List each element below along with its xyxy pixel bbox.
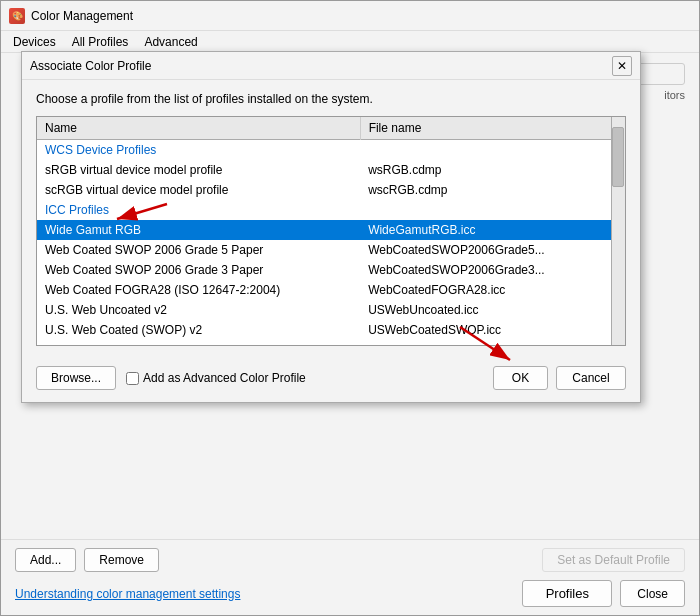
menu-all-profiles[interactable]: All Profiles — [64, 33, 137, 51]
list-item[interactable]: Web Coated FOGRA28 (ISO 12647-2:2004) We… — [37, 280, 625, 300]
dialog-body: Choose a profile from the list of profil… — [22, 80, 640, 358]
remove-button[interactable]: Remove — [84, 548, 159, 572]
add-button[interactable]: Add... — [15, 548, 76, 572]
window-title: Color Management — [31, 9, 133, 23]
list-item[interactable]: sRGB virtual device model profile wsRGB.… — [37, 160, 625, 180]
app-icon: 🎨 — [9, 8, 25, 24]
browse-button[interactable]: Browse... — [36, 366, 116, 390]
set-default-button[interactable]: Set as Default Profile — [542, 548, 685, 572]
list-item[interactable]: ICC Profiles — [37, 200, 625, 220]
understanding-link[interactable]: Understanding color management settings — [15, 587, 240, 601]
col-filename: File name — [360, 117, 624, 140]
list-item[interactable]: Wide Gamut RGB WideGamutRGB.icc — [37, 220, 625, 240]
menu-bar: Devices All Profiles Advanced — [1, 31, 699, 53]
advanced-color-checkbox-label[interactable]: Add as Advanced Color Profile — [126, 371, 306, 385]
table-header-row: Name File name — [37, 117, 625, 140]
profile-list-container: Name File name WCS Device Profiles sRGB … — [36, 116, 626, 346]
bottom-row1: Add... Remove Set as Default Profile — [15, 548, 685, 572]
col-name: Name — [37, 117, 360, 140]
title-bar: 🎨 Color Management — [1, 1, 699, 31]
footer-right: OK Cancel — [493, 366, 626, 390]
bottom-row2: Understanding color management settings … — [15, 580, 685, 607]
scrollbar-thumb[interactable] — [612, 127, 624, 187]
menu-advanced[interactable]: Advanced — [136, 33, 205, 51]
menu-devices[interactable]: Devices — [5, 33, 64, 51]
dialog-title-bar: Associate Color Profile ✕ — [22, 52, 640, 80]
dialog-description: Choose a profile from the list of profil… — [36, 92, 626, 106]
cancel-button[interactable]: Cancel — [556, 366, 626, 390]
profile-table: Name File name WCS Device Profiles sRGB … — [37, 117, 625, 340]
footer-left: Browse... Add as Advanced Color Profile — [36, 366, 306, 390]
scrollbar[interactable] — [611, 117, 625, 345]
ok-button[interactable]: OK — [493, 366, 548, 390]
list-item[interactable]: U.S. Web Uncoated v2 USWebUncoated.icc — [37, 300, 625, 320]
list-item[interactable]: Web Coated SWOP 2006 Grade 5 Paper WebCo… — [37, 240, 625, 260]
bottom-right-buttons: Profiles Close — [522, 580, 685, 607]
bottom-bar: Add... Remove Set as Default Profile Und… — [1, 539, 699, 615]
list-item[interactable]: U.S. Web Coated (SWOP) v2 USWebCoatedSWO… — [37, 320, 625, 340]
list-item[interactable]: WCS Device Profiles — [37, 140, 625, 161]
main-window: 🎨 Color Management Devices All Profiles … — [0, 0, 700, 616]
advanced-color-checkbox[interactable] — [126, 372, 139, 385]
list-item[interactable]: Web Coated SWOP 2006 Grade 3 Paper WebCo… — [37, 260, 625, 280]
dialog-title: Associate Color Profile — [30, 59, 151, 73]
associate-profile-dialog: Associate Color Profile ✕ Choose a profi… — [21, 51, 641, 403]
dialog-close-button[interactable]: ✕ — [612, 56, 632, 76]
profiles-button[interactable]: Profiles — [522, 580, 612, 607]
dialog-footer: Browse... Add as Advanced Color Profile … — [22, 358, 640, 402]
list-item[interactable]: scRGB virtual device model profile wscRG… — [37, 180, 625, 200]
close-button[interactable]: Close — [620, 580, 685, 607]
checkbox-label-text: Add as Advanced Color Profile — [143, 371, 306, 385]
